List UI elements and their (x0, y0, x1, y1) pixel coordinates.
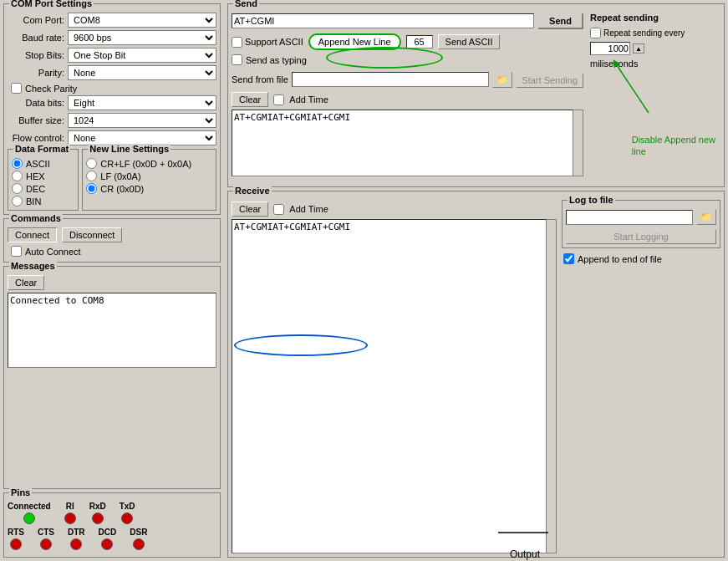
receive-clear-button[interactable]: Clear (232, 201, 268, 217)
send-from-file-label: Send from file (232, 74, 288, 84)
add-time-checkbox[interactable] (273, 94, 284, 105)
append-to-end-label: Append to end of file (578, 254, 662, 264)
pin-dtr-dot (70, 538, 82, 550)
support-ascii-checkbox[interactable] (232, 37, 242, 48)
stop-bits-select[interactable]: One Stop Bit (68, 48, 216, 63)
send-textarea[interactable]: AT+CGMIAT+CGMIAT+CGMI (232, 110, 573, 176)
send-input[interactable] (232, 13, 534, 28)
pin-rxd-dot (92, 513, 104, 524)
bin-radio[interactable] (12, 196, 23, 207)
receive-textarea[interactable]: AT+CGMIAT+CGMIAT+CGMI (232, 219, 547, 553)
pin-dtr-label: DTR (68, 528, 85, 537)
pin-connected-label: Connected (8, 502, 51, 511)
log-browse-button[interactable]: 📁 (696, 209, 716, 225)
start-sending-button[interactable]: Start Sending (516, 73, 583, 88)
parity-label: Parity: (8, 68, 68, 78)
disable-annotation: Disable Append newline (632, 134, 715, 158)
baud-rate-select[interactable]: 9600 bps (68, 30, 216, 45)
log-file-input[interactable] (566, 210, 693, 225)
messages-textarea[interactable]: Connected to COM8 (8, 293, 216, 368)
append-new-line-button[interactable]: Append New Line (308, 33, 401, 50)
pin-cts-dot (40, 538, 52, 550)
repeat-title: Repeat sending (590, 13, 720, 23)
receive-title: Receive (233, 186, 272, 196)
start-logging-button[interactable]: Start Logging (566, 229, 716, 244)
repeat-value-input[interactable] (590, 42, 630, 55)
browse-button[interactable]: 📁 (492, 72, 512, 88)
commands-title: Commands (9, 213, 63, 223)
check-parity-checkbox[interactable] (11, 83, 22, 94)
repeat-every-label: Repeat sending every (603, 28, 685, 38)
send-as-typing-label: Send as typing (246, 55, 307, 65)
com-port-select[interactable]: COM8 (68, 13, 216, 28)
send-scrollbar[interactable] (573, 110, 583, 176)
flow-control-label: Flow control: (8, 133, 68, 143)
receive-add-time-label: Add Time (289, 204, 328, 214)
pin-rxd-label: RxD (89, 502, 106, 511)
newline-title: New Line Settings (88, 144, 171, 154)
send-file-input[interactable] (292, 72, 489, 87)
baud-rate-label: Baud rate: (8, 33, 68, 43)
com-port-title: COM Port Settings (9, 0, 94, 8)
ascii-count-input[interactable] (406, 35, 433, 48)
ascii-label: ASCII (26, 159, 50, 169)
cr-label: CR (0x0D) (100, 184, 144, 194)
stop-bits-label: Stop Bits: (8, 50, 68, 60)
miliseconds-label: miliseconds (590, 59, 720, 69)
check-parity-label: Check Parity (25, 84, 77, 94)
receive-scrollbar[interactable] (547, 219, 557, 553)
send-ascii-button[interactable]: Send ASCII (438, 34, 501, 49)
send-as-typing-checkbox[interactable] (232, 54, 242, 65)
auto-connect-label: Auto Connect (25, 247, 81, 257)
bin-label: BIN (26, 196, 41, 207)
pin-dcd-label: DCD (99, 528, 117, 537)
buffer-size-select[interactable]: 1024 (68, 113, 216, 128)
auto-connect-checkbox[interactable] (11, 246, 22, 257)
messages-title: Messages (9, 261, 57, 271)
dec-label: DEC (26, 184, 45, 194)
pin-txd-dot (121, 513, 133, 524)
disconnect-button[interactable]: Disconnect (62, 227, 122, 242)
lf-label: LF (0x0A) (100, 171, 140, 181)
send-button[interactable]: Send (537, 13, 583, 29)
add-time-label: Add Time (289, 94, 328, 105)
pin-ri-label: RI (66, 502, 74, 511)
cr-radio[interactable] (86, 183, 97, 194)
lf-radio[interactable] (86, 171, 97, 181)
messages-clear-button[interactable]: Clear (8, 275, 44, 290)
pin-connected-dot (23, 513, 35, 524)
pin-ri-dot (64, 513, 76, 524)
crlf-radio[interactable] (86, 158, 97, 169)
pin-dsr-label: DSR (130, 528, 147, 537)
repeat-up-button[interactable]: ▲ (633, 43, 644, 54)
receive-add-time-checkbox[interactable] (273, 204, 284, 215)
com-port-label: Com Port: (8, 15, 68, 25)
pin-cts-label: CTS (38, 528, 54, 537)
support-ascii-label: Support ASCII (245, 37, 303, 47)
output-annotation: Output (510, 548, 540, 560)
crlf-label: CR+LF (0x0D + 0x0A) (100, 159, 191, 169)
buffer-size-label: Buffer size: (8, 115, 68, 125)
ascii-radio[interactable] (12, 158, 23, 169)
send-title: Send (233, 0, 259, 8)
hex-radio[interactable] (12, 171, 23, 181)
append-to-end-checkbox[interactable] (563, 253, 574, 264)
connect-button[interactable]: Connect (8, 227, 57, 242)
pin-txd-label: TxD (120, 502, 135, 511)
data-bits-label: Data bits: (8, 98, 68, 108)
log-to-file-title: Log to file (568, 195, 615, 205)
data-bits-select[interactable]: Eight (68, 95, 216, 110)
data-format-title: Data Format (13, 144, 70, 154)
repeat-checkbox[interactable] (590, 28, 601, 38)
pins-title: Pins (9, 487, 32, 497)
pin-rts-label: RTS (8, 528, 24, 537)
pin-dsr-dot (133, 538, 145, 550)
send-clear-button[interactable]: Clear (232, 92, 268, 107)
hex-label: HEX (26, 171, 45, 181)
parity-select[interactable]: None (68, 65, 216, 80)
pin-rts-dot (10, 538, 22, 550)
pin-dcd-dot (101, 538, 113, 550)
dec-radio[interactable] (12, 183, 23, 194)
